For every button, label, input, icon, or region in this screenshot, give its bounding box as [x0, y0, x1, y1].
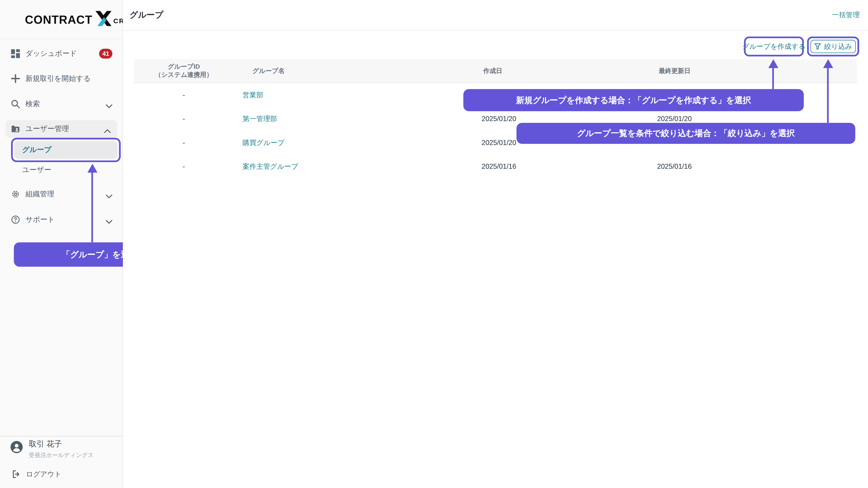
cell-group-id: - [134, 162, 234, 170]
group-link[interactable]: 案件主管グループ [243, 163, 298, 170]
create-group-button[interactable]: グループを作成する [747, 40, 800, 53]
annotation-arrow-select-group [88, 164, 97, 173]
app-root: CONTRACT CROSS ダッシュボード [0, 0, 868, 488]
annotation-text: グループ一覧を条件で絞り込む場合：「絞り込み」を選択 [577, 128, 795, 139]
sidebar-item-support[interactable]: サポート [0, 210, 123, 229]
sidebar-item-label: ユーザー [22, 165, 51, 175]
group-table: グループID （システム連携用） グループ名 作成日 最終更新日 - 営業部 -… [134, 59, 857, 178]
cell-group-name: 第一管理部 [234, 113, 482, 124]
group-link[interactable]: 購買グループ [243, 139, 285, 147]
sidebar-logo-divider [0, 39, 123, 39]
cell-group-name: 案件主管グループ [234, 161, 482, 172]
dashboard-count-badge: 41 [99, 49, 112, 59]
sidebar-item-user-mgmt[interactable]: ユーザー管理 [0, 120, 123, 138]
sidebar-item-org-mgmt[interactable]: 組織管理 [0, 185, 123, 203]
sidebar-item-dashboard[interactable]: ダッシュボード 41 [0, 44, 123, 63]
annotation-highlight-group-item: グループ [11, 138, 121, 162]
annotation-highlight-create-button: グループを作成する [744, 37, 804, 57]
sidebar-item-label: 検索 [26, 99, 40, 109]
chevron-down-icon [106, 217, 112, 222]
annotation-callout-create-group: 新規グループを作成する場合：「グループを作成する」を選択 [463, 89, 804, 111]
dashboard-icon [11, 49, 20, 58]
chevron-up-icon [104, 127, 111, 131]
filter-button-label: 絞り込み [824, 42, 852, 51]
annotation-arrow-line [827, 68, 829, 123]
column-header-group-id: グループID （システム連携用） [134, 63, 234, 79]
annotation-arrow-line [91, 172, 93, 242]
logout-icon [12, 470, 20, 478]
sidebar-item-label: ダッシュボード [26, 49, 77, 59]
annotation-arrow-filter [823, 59, 833, 68]
cell-group-id: - [134, 138, 234, 146]
gear-icon [11, 190, 20, 199]
user-company: 受発注ホールディングス [29, 451, 94, 459]
sidebar-item-label: サポート [26, 215, 55, 225]
sidebar-item-label: グループ [22, 145, 52, 155]
logo-x-icon [94, 11, 113, 29]
table-header-row: グループID （システム連携用） グループ名 作成日 最終更新日 [134, 59, 857, 83]
sidebar-bottom-divider [0, 436, 123, 436]
logo-text-contract: CONTRACT [25, 13, 92, 27]
sidebar: CONTRACT CROSS ダッシュボード [0, 0, 123, 488]
cell-group-name: 購買グループ [234, 137, 482, 148]
sidebar-item-new-deal[interactable]: 新規取引を開始する [0, 69, 123, 88]
main-content: グループ 一括管理 グループを作成する 絞り込み グループID （シス [123, 0, 868, 488]
annotation-arrow-create [768, 59, 778, 68]
avatar-icon [10, 440, 23, 454]
group-link[interactable]: 第一管理部 [243, 115, 277, 123]
page-header: グループ 一括管理 [123, 0, 868, 31]
annotation-highlight-filter-button: 絞り込み [807, 37, 859, 57]
filter-funnel-icon [814, 43, 821, 50]
cell-group-id: - [134, 91, 234, 99]
cell-group-name: 営業部 [234, 90, 482, 100]
help-circle-icon [11, 215, 20, 224]
chevron-down-icon [106, 192, 112, 197]
cell-created: 2025/01/20 [482, 115, 657, 123]
cell-group-id: - [134, 115, 234, 123]
column-header-created: 作成日 [482, 67, 657, 75]
cell-created: 2025/01/16 [482, 162, 657, 170]
annotation-arrow-line [772, 68, 774, 89]
cell-updated: 2025/01/16 [657, 162, 857, 170]
logout-button[interactable]: ログアウト [12, 468, 61, 480]
user-profile: 取引 花子 受発注ホールディングス [10, 439, 94, 459]
column-header-group-name: グループ名 [234, 67, 482, 75]
chevron-down-icon [106, 102, 112, 106]
sidebar-item-group[interactable]: グループ [14, 141, 118, 159]
sidebar-item-label: 新規取引を開始する [26, 74, 91, 84]
folder-user-icon [11, 125, 20, 133]
annotation-text: 新規グループを作成する場合：「グループを作成する」を選択 [516, 95, 751, 105]
table-row: - 案件主管グループ 2025/01/16 2025/01/16 [134, 154, 857, 178]
user-name: 取引 花子 [29, 439, 94, 449]
logout-label: ログアウト [26, 469, 61, 479]
annotation-callout-filter-group: グループ一覧を条件で絞り込む場合：「絞り込み」を選択 [517, 123, 855, 144]
plus-icon [11, 74, 20, 83]
filter-button[interactable]: 絞り込み [810, 40, 856, 53]
bulk-manage-link[interactable]: 一括管理 [832, 10, 860, 20]
group-link[interactable]: 営業部 [243, 91, 264, 99]
page-title: グループ [129, 10, 163, 20]
search-icon [11, 100, 20, 108]
sidebar-item-label: ユーザー管理 [26, 124, 69, 134]
sidebar-item-user[interactable]: ユーザー [0, 162, 123, 178]
sidebar-item-search[interactable]: 検索 [0, 95, 123, 113]
sidebar-item-label: 組織管理 [26, 189, 54, 199]
